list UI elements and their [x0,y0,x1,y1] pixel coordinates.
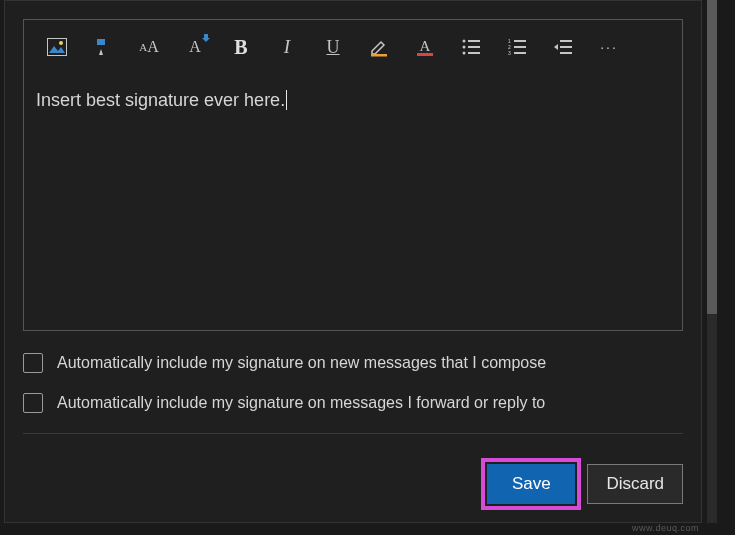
editor-toolbar: AA A B I U A [24,20,682,68]
svg-rect-16 [514,46,526,48]
font-color-icon[interactable]: A [414,36,436,58]
numbered-list-icon[interactable]: 1 2 3 [506,36,528,58]
format-painter-icon[interactable] [92,36,114,58]
save-button[interactable]: Save [487,464,575,504]
svg-text:3: 3 [508,50,511,55]
checkbox-icon[interactable] [23,353,43,373]
svg-rect-14 [514,40,526,42]
svg-rect-10 [468,46,480,48]
svg-point-9 [463,46,466,49]
button-label: Discard [606,474,664,494]
option-label: Automatically include my signature on me… [57,394,545,412]
svg-text:A: A [420,38,431,54]
scrollbar-thumb[interactable] [707,0,717,314]
svg-point-2 [59,41,63,45]
button-label: Save [512,474,551,494]
footer-actions: Save Discard [487,464,683,504]
svg-rect-8 [468,40,480,42]
divider [23,433,683,434]
text-caret [286,90,287,110]
svg-marker-1 [49,46,65,53]
outdent-icon[interactable] [552,36,574,58]
settings-panel: AA A B I U A [4,0,702,523]
highlight-icon[interactable] [368,36,390,58]
svg-rect-4 [371,54,387,57]
scrollbar[interactable] [707,0,717,523]
italic-icon[interactable]: I [276,36,298,58]
insert-image-icon[interactable] [46,36,68,58]
signature-options: Automatically include my signature on ne… [23,343,683,423]
svg-rect-20 [560,40,572,42]
bulleted-list-icon[interactable] [460,36,482,58]
option-forward-reply[interactable]: Automatically include my signature on me… [23,383,683,423]
signature-editor: AA A B I U A [23,19,683,331]
editor-content-area[interactable]: Insert best signature ever here. [24,68,682,123]
svg-marker-3 [202,34,210,42]
svg-rect-21 [560,46,572,48]
bold-icon[interactable]: B [230,36,252,58]
checkbox-icon[interactable] [23,393,43,413]
svg-point-7 [463,40,466,43]
watermark: www.deuq.com [632,523,699,533]
svg-point-11 [463,52,466,55]
svg-rect-18 [514,52,526,54]
more-icon[interactable]: ··· [598,36,620,58]
underline-icon[interactable]: U [322,36,344,58]
option-new-messages[interactable]: Automatically include my signature on ne… [23,343,683,383]
option-label: Automatically include my signature on ne… [57,354,546,372]
svg-marker-19 [554,44,558,50]
svg-rect-12 [468,52,480,54]
svg-rect-6 [417,53,433,56]
font-size-icon[interactable]: AA [138,36,160,58]
svg-rect-22 [560,52,572,54]
editor-text: Insert best signature ever here. [36,90,285,110]
discard-button[interactable]: Discard [587,464,683,504]
font-size-decrease-icon[interactable]: A [184,36,206,58]
